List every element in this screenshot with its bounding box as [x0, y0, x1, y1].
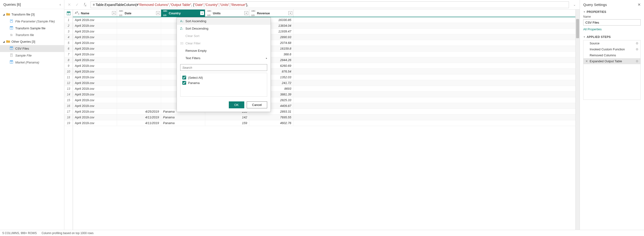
- sort-ascending-item[interactable]: A↓ Sort Ascending: [177, 18, 270, 25]
- row-number[interactable]: 13: [64, 86, 73, 92]
- group-other-queries[interactable]: ◢ Other Queries [3]: [0, 38, 64, 45]
- gear-icon[interactable]: ⚙: [636, 59, 638, 63]
- table-row[interactable]: April 2019.csv4/25/2019Panama1352893.31: [73, 109, 575, 115]
- row-number[interactable]: 15: [64, 97, 73, 103]
- table-row[interactable]: April 2019.csv2978693: [73, 86, 575, 92]
- cell-date[interactable]: [117, 57, 161, 63]
- cell-date[interactable]: [117, 17, 161, 23]
- table-row[interactable]: April 2019.csv219368.6: [73, 52, 575, 57]
- scroll-thumb[interactable]: [576, 19, 579, 38]
- cell-name[interactable]: April 2019.csv: [73, 52, 117, 57]
- formula-input[interactable]: = Table.ExpandTableColumn(#"Removed Colu…: [90, 2, 569, 8]
- row-number[interactable]: 2: [64, 23, 73, 29]
- filter-value-panama[interactable]: Panama: [182, 80, 265, 85]
- cell-date[interactable]: [117, 86, 161, 91]
- cell-units[interactable]: 142: [205, 115, 249, 120]
- query-item[interactable]: fxTransform file: [0, 32, 64, 38]
- query-item[interactable]: File Parameter (Sample File): [0, 18, 64, 25]
- checkbox[interactable]: [182, 81, 186, 85]
- filter-dropdown-icon[interactable]: ▾: [244, 11, 248, 15]
- applied-step[interactable]: ✕Expanded Output Table⚙: [584, 58, 640, 64]
- cell-date[interactable]: [117, 63, 161, 69]
- table-row[interactable]: April 2019.csv2663881.39: [73, 92, 575, 97]
- cell-name[interactable]: April 2019.csv: [73, 34, 117, 40]
- row-number[interactable]: 3: [64, 29, 73, 34]
- formula-confirm-icon[interactable]: ✓: [74, 3, 80, 7]
- applied-step[interactable]: Invoked Custom Function⚙: [584, 46, 640, 52]
- table-row[interactable]: April 2019.csv971352.03: [73, 74, 575, 80]
- column-header-units[interactable]: ABC123 Units ▾: [205, 10, 249, 17]
- table-row[interactable]: April 2019.csv1874409.87: [73, 103, 575, 109]
- row-number[interactable]: 8: [64, 57, 73, 63]
- table-row[interactable]: April 2019.csv1392890.93: [73, 34, 575, 40]
- cell-date[interactable]: [117, 74, 161, 80]
- cell-name[interactable]: April 2019.csv: [73, 23, 117, 28]
- row-number[interactable]: 17: [64, 109, 73, 115]
- row-number[interactable]: 16: [64, 103, 73, 109]
- cell-name[interactable]: April 2019.csv: [73, 86, 117, 91]
- query-item[interactable]: Market (Panama): [0, 59, 64, 66]
- cell-date[interactable]: [117, 103, 161, 109]
- row-number[interactable]: 6: [64, 46, 73, 52]
- cell-name[interactable]: April 2019.csv: [73, 40, 117, 46]
- table-corner-icon[interactable]: [64, 10, 73, 17]
- cell-name[interactable]: April 2019.csv: [73, 115, 117, 120]
- cell-name[interactable]: April 2019.csv: [73, 80, 117, 86]
- table-row[interactable]: April 2019.csv32511939.47: [73, 29, 575, 34]
- applied-step[interactable]: Removed Columns: [584, 52, 640, 58]
- cell-date[interactable]: 4/25/2019: [117, 109, 161, 114]
- filter-select-all[interactable]: (Select All): [182, 75, 265, 80]
- filter-dropdown-icon[interactable]: ▾: [200, 11, 204, 15]
- table-row[interactable]: April 2019.csv31876.54: [73, 69, 575, 74]
- cell-date[interactable]: [117, 69, 161, 74]
- delete-step-icon[interactable]: ✕: [585, 59, 589, 63]
- table-row[interactable]: April 2019.csv20416330.85: [73, 17, 575, 23]
- cell-name[interactable]: April 2019.csv: [73, 92, 117, 97]
- row-number[interactable]: 7: [64, 52, 73, 57]
- cell-date[interactable]: [117, 29, 161, 34]
- fx-icon[interactable]: fx: [82, 2, 88, 7]
- cell-country[interactable]: Panama: [161, 120, 205, 126]
- cell-name[interactable]: April 2019.csv: [73, 17, 117, 23]
- query-item[interactable]: Transform Sample file: [0, 25, 64, 32]
- row-number[interactable]: 1: [64, 17, 73, 23]
- cell-date[interactable]: [117, 46, 161, 51]
- table-row[interactable]: April 2019.csv4/11/2019Panama1427695.55: [73, 115, 575, 120]
- formula-expand-icon[interactable]: ⌄: [572, 3, 577, 7]
- row-number[interactable]: 14: [64, 92, 73, 97]
- applied-step[interactable]: Source⚙: [584, 40, 640, 46]
- text-filters-item[interactable]: Text Filters ▸: [177, 54, 270, 62]
- cell-name[interactable]: April 2019.csv: [73, 109, 117, 114]
- row-number[interactable]: 9: [64, 63, 73, 69]
- row-number[interactable]: 18: [64, 115, 73, 120]
- collapse-queries-icon[interactable]: ‹: [60, 3, 61, 7]
- cell-units[interactable]: 159: [205, 120, 249, 126]
- applied-steps-section-header[interactable]: APPLIED STEPS: [583, 35, 641, 39]
- cell-name[interactable]: April 2019.csv: [73, 46, 117, 51]
- cell-date[interactable]: 4/11/2019: [117, 120, 161, 126]
- cell-name[interactable]: April 2019.csv: [73, 63, 117, 69]
- checkbox[interactable]: [182, 76, 186, 80]
- cell-date[interactable]: [117, 80, 161, 86]
- column-header-name[interactable]: ABC Name ▾: [73, 10, 117, 17]
- query-name-input[interactable]: [583, 19, 641, 26]
- properties-section-header[interactable]: PROPERTIES: [583, 10, 641, 14]
- query-item[interactable]: Sample File: [0, 52, 64, 59]
- cell-date[interactable]: [117, 34, 161, 40]
- table-row[interactable]: April 2019.csv1822844.26: [73, 57, 575, 63]
- row-number[interactable]: 19: [64, 120, 73, 126]
- row-number[interactable]: 11: [64, 74, 73, 80]
- row-number[interactable]: 5: [64, 40, 73, 46]
- column-header-revenue[interactable]: ABC123 Revenue ▾: [249, 10, 294, 17]
- table-row[interactable]: April 2019.csv692074.68: [73, 40, 575, 46]
- filter-search-input[interactable]: [180, 64, 267, 71]
- remove-empty-item[interactable]: Remove Empty: [177, 47, 270, 54]
- cell-revenue[interactable]: 7695.55: [249, 115, 294, 120]
- cell-date[interactable]: [117, 23, 161, 28]
- cell-date[interactable]: [117, 40, 161, 46]
- query-item[interactable]: CSV Files: [0, 45, 64, 52]
- table-row[interactable]: April 2019.csv22313834.04: [73, 23, 575, 29]
- cancel-button[interactable]: Cancel: [247, 101, 267, 108]
- column-header-date[interactable]: ABC123 Date ▾: [117, 10, 161, 17]
- filter-dropdown-icon[interactable]: ▾: [156, 11, 160, 15]
